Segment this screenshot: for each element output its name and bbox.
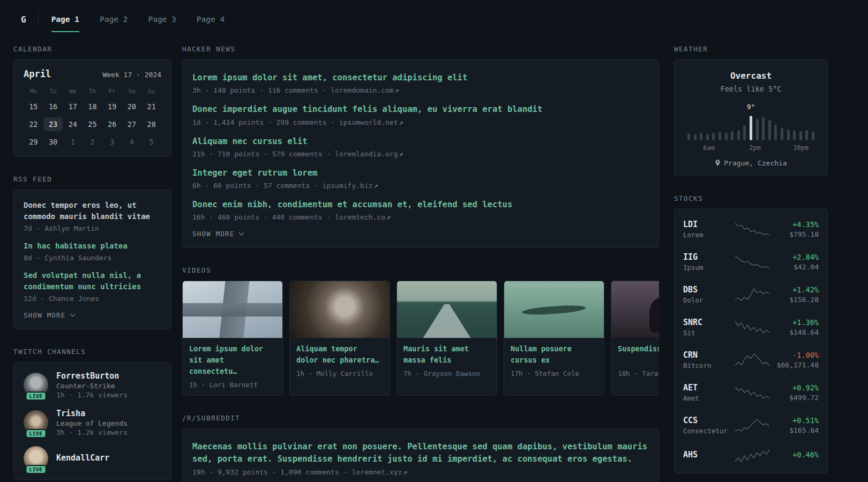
channel-avatar: LIVE xyxy=(24,446,48,471)
video-title: Nullam posuere cursus ex xyxy=(511,343,597,366)
video-card[interactable]: Aliquam tempor dolor nec pharetra… 1h · … xyxy=(289,281,390,396)
rss-widget: RSS FEED Donec tempor eros leo, ut commo… xyxy=(13,175,171,329)
weather-location-text: Prague, Czechia xyxy=(724,159,787,167)
hacker-news-show-more-button[interactable]: SHOW MORE xyxy=(192,230,649,238)
rss-item-title[interactable]: In hac habitasse platea xyxy=(24,240,161,252)
video-meta: 17h · Stefan Cole xyxy=(511,370,597,378)
calendar-weekday: Sa xyxy=(122,88,142,96)
stock-name: Bitcorn xyxy=(683,362,735,370)
rss-item: Sed volutpat nulla nisl, a condimentum n… xyxy=(24,270,161,303)
news-item: Lorem ipsum dolor sit amet, consectetur … xyxy=(192,72,649,94)
news-item-meta: 3h · 148 points · 116 comments · loremdo… xyxy=(192,86,649,94)
calendar-day: 2 xyxy=(83,135,102,149)
weather-bar xyxy=(725,133,728,140)
stock-row[interactable]: AHS +0.46% xyxy=(683,441,819,470)
columns: CALENDAR April Week 17 · 2024 MoTuWeThFr… xyxy=(13,45,828,482)
time-tick: 2pm xyxy=(749,144,761,152)
rss-widget-title: RSS FEED xyxy=(13,175,171,183)
video-thumbnail xyxy=(183,281,282,338)
weather-bar xyxy=(731,131,734,140)
stock-row[interactable]: LDILorem +4.35%$795.18 xyxy=(683,213,819,245)
stocks-card: LDILorem +4.35%$795.18 IIGIpsum +2.84%$4… xyxy=(674,209,828,473)
app-logo: G xyxy=(13,14,38,25)
video-thumbnail xyxy=(397,281,497,338)
external-link-icon[interactable]: ↗ xyxy=(399,150,403,158)
channel-info: ForrestBurton Counter-Strike 1h · 1.7k v… xyxy=(56,371,128,399)
reddit-post-title[interactable]: Maecenas mollis pulvinar erat non posuer… xyxy=(192,441,649,466)
external-link-icon[interactable]: ↗ xyxy=(395,86,399,94)
tab-page-3[interactable]: Page 3 xyxy=(148,6,176,32)
stock-row[interactable]: DBSDolor +1.42%$156.28 xyxy=(683,278,819,311)
weather-bar xyxy=(743,125,746,140)
external-link-icon[interactable]: ↗ xyxy=(374,182,378,190)
twitch-channel-row[interactable]: LIVE Trisha League of Legends 3h · 1.2k … xyxy=(24,409,161,436)
video-card[interactable]: Lorem ipsum dolor sit amet consectetu… 1… xyxy=(182,281,283,396)
weather-bar xyxy=(694,134,697,140)
tab-page-2[interactable]: Page 2 xyxy=(100,6,128,32)
stock-change: +1.36% xyxy=(769,318,819,327)
external-link-icon[interactable]: ↗ xyxy=(403,468,407,476)
video-body: Aliquam tempor dolor nec pharetra… 1h · … xyxy=(290,338,390,384)
news-meta-text: 1d · 1,414 points · 299 comments · ipsum… xyxy=(192,118,398,126)
calendar-day: 19 xyxy=(102,100,122,114)
stock-row[interactable]: SNRCSit +1.36%$148.64 xyxy=(683,311,819,343)
stock-row[interactable]: CRNBitcorn -1.00%$66,171.48 xyxy=(683,343,819,376)
stock-row[interactable]: AETAmet +0.92%$499.72 xyxy=(683,376,819,409)
video-card[interactable]: Suspendisse diam 18h · Tara xyxy=(611,281,659,396)
weather-bar xyxy=(750,116,752,140)
external-link-icon[interactable]: ↗ xyxy=(399,118,403,126)
weather-bar xyxy=(762,117,765,140)
stock-id: SNRCSit xyxy=(683,318,735,337)
video-body: Lorem ipsum dolor sit amet consectetu… 1… xyxy=(183,338,282,395)
stock-row[interactable]: IIGIpsum +2.84%$42.04 xyxy=(683,245,819,278)
calendar-day: 25 xyxy=(83,117,102,131)
video-thumbnail xyxy=(504,281,604,338)
stock-row[interactable]: CCSConsectetur +0.51%$165.84 xyxy=(683,409,819,441)
news-meta-text: 6h · 60 points · 57 comments · ipsumify.… xyxy=(192,182,373,190)
weather-bar xyxy=(706,134,709,140)
live-badge: LIVE xyxy=(26,465,47,474)
news-item: Aliquam nec cursus elit 21h · 710 points… xyxy=(192,135,649,158)
weather-card: Overcast Feels like 5°C 9° 6am 2pm 10pm … xyxy=(674,59,828,176)
dashboard-page: G Page 1 Page 2 Page 3 Page 4 CALENDAR A… xyxy=(0,0,868,482)
news-item-title[interactable]: Donec imperdiet augue tincidunt felis al… xyxy=(192,103,649,116)
twitch-channel-row[interactable]: LIVE KendallCarr xyxy=(24,446,161,471)
rss-card: Donec tempor eros leo, ut commodo mauris… xyxy=(13,190,171,329)
weather-bar xyxy=(768,120,771,140)
hacker-news-card: Lorem ipsum dolor sit amet, consectetur … xyxy=(182,59,659,248)
weather-location: Prague, Czechia xyxy=(685,159,817,167)
stock-name: Amet xyxy=(683,394,735,402)
video-card[interactable]: Nullam posuere cursus ex 17h · Stefan Co… xyxy=(504,281,604,396)
subreddit-card: Maecenas mollis pulvinar erat non posuer… xyxy=(182,428,659,482)
stock-symbol: IIG xyxy=(683,252,735,262)
rss-item: In hac habitasse platea 8d · Cynthia Sau… xyxy=(24,240,161,262)
rss-item-meta: 12d · Chance Jones xyxy=(24,295,161,303)
live-badge: LIVE xyxy=(26,391,47,401)
subreddit-widget-title: /R/SUBREDDIT xyxy=(182,414,659,422)
video-card[interactable]: Mauris sit amet massa felis 7h · Grayson… xyxy=(396,281,497,396)
news-meta-text: 21h · 710 points · 579 comments · loreml… xyxy=(192,150,398,158)
stock-sparkline xyxy=(735,448,769,463)
news-item-title[interactable]: Donec enim nibh, condimentum et accumsan… xyxy=(192,199,649,211)
rss-item: Donec tempor eros leo, ut commodo mauris… xyxy=(24,200,161,232)
chevron-down-icon xyxy=(70,312,75,317)
news-item-title[interactable]: Integer eget rutrum lorem xyxy=(192,167,649,179)
page-tabs: Page 1 Page 2 Page 3 Page 4 xyxy=(51,6,225,32)
rss-item-title[interactable]: Donec tempor eros leo, ut commodo mauris… xyxy=(24,200,161,222)
video-meta: 18h · Tara xyxy=(618,370,659,378)
tab-page-4[interactable]: Page 4 xyxy=(197,6,225,32)
tab-page-1[interactable]: Page 1 xyxy=(51,6,79,32)
stock-id: IIGIpsum xyxy=(683,252,735,272)
news-item: Donec enim nibh, condimentum et accumsan… xyxy=(192,199,649,221)
twitch-channel-row[interactable]: LIVE ForrestBurton Counter-Strike 1h · 1… xyxy=(24,371,161,399)
channel-meta: 1h · 1.7k viewers xyxy=(56,391,128,399)
rss-show-more-button[interactable]: SHOW MORE xyxy=(24,311,161,319)
channel-category: League of Legends xyxy=(56,419,128,427)
external-link-icon[interactable]: ↗ xyxy=(386,213,391,221)
news-item-title[interactable]: Lorem ipsum dolor sit amet, consectetur … xyxy=(192,72,649,84)
weather-widget: WEATHER Overcast Feels like 5°C 9° 6am 2… xyxy=(674,45,828,176)
stock-symbol: CCS xyxy=(683,416,735,425)
rss-item-title[interactable]: Sed volutpat nulla nisl, a condimentum n… xyxy=(24,270,161,292)
news-item-title[interactable]: Aliquam nec cursus elit xyxy=(192,135,649,148)
stock-change: +4.35% xyxy=(769,220,819,229)
